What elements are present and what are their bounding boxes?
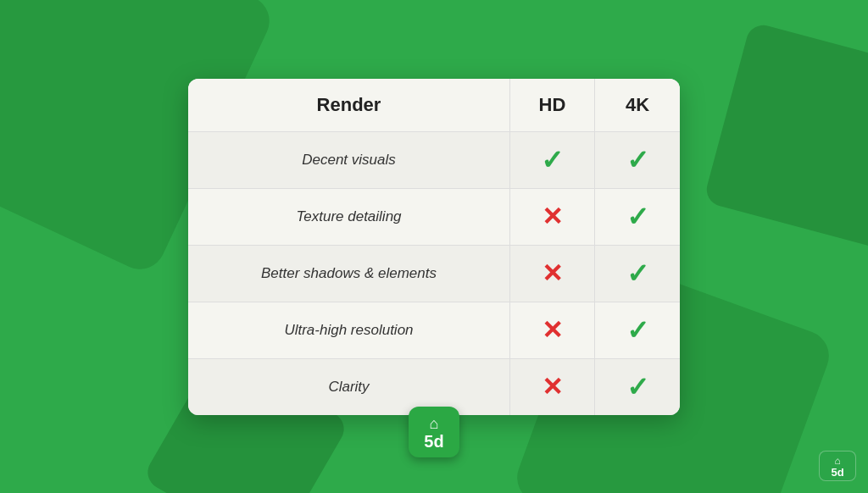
check-icon-green: ✓ (626, 144, 649, 176)
row-label-text: Texture detailing (296, 208, 401, 225)
check-icon-green: ✓ (626, 201, 649, 233)
logo-small: ⌂ 5d (819, 451, 856, 481)
row-hd-check-4: ✕ (510, 302, 595, 358)
row-4k-check-1: ✓ (595, 132, 680, 188)
table-row: Better shadows & elements ✕ ✓ (188, 245, 680, 302)
row-label-text: Clarity (328, 379, 369, 396)
hd-column-header: HD (510, 79, 595, 131)
render-header-text: Render (317, 94, 381, 115)
fourk-column-header: 4K (595, 79, 680, 131)
table-row: Decent visuals ✓ ✓ (188, 131, 680, 188)
row-label-text: Better shadows & elements (261, 265, 437, 282)
table-header-row: Render HD 4K (188, 79, 680, 131)
cross-icon-red: ✕ (542, 258, 563, 288)
check-icon-green: ✓ (541, 144, 564, 176)
row-label-ultra-high-resolution: Ultra-high resolution (188, 302, 510, 358)
row-hd-check-5: ✕ (510, 359, 595, 415)
logo-text-small: 5d (831, 467, 843, 478)
row-label-better-shadows: Better shadows & elements (188, 246, 510, 302)
house-icon: ⌂ (430, 415, 439, 433)
check-icon-green: ✓ (626, 258, 649, 290)
row-hd-check-2: ✕ (510, 189, 595, 245)
check-icon-green: ✓ (626, 314, 649, 346)
row-hd-check-1: ✓ (510, 132, 595, 188)
row-label-clarity: Clarity (188, 359, 510, 415)
bg-shape-3 (703, 21, 868, 249)
render-column-header: Render (188, 79, 510, 131)
fourk-header-text: 4K (626, 94, 649, 115)
comparison-table: Render HD 4K Decent visuals ✓ ✓ Texture … (188, 79, 680, 415)
hd-header-text: HD (539, 94, 566, 115)
table-row: Ultra-high resolution ✕ ✓ (188, 302, 680, 358)
cross-icon-red: ✕ (542, 315, 563, 345)
table-row: Texture detailing ✕ ✓ (188, 188, 680, 245)
check-icon-green: ✓ (626, 371, 649, 403)
row-label-text: Ultra-high resolution (284, 322, 413, 339)
row-hd-check-3: ✕ (510, 246, 595, 302)
row-4k-check-5: ✓ (595, 359, 680, 415)
row-4k-check-2: ✓ (595, 189, 680, 245)
logo-text: 5d (424, 433, 443, 450)
house-icon-small: ⌂ (834, 455, 840, 467)
cross-icon-red: ✕ (542, 202, 563, 231)
row-label-decent-visuals: Decent visuals (188, 132, 510, 188)
row-4k-check-4: ✓ (595, 302, 680, 358)
row-4k-check-3: ✓ (595, 246, 680, 302)
row-label-texture-detailing: Texture detailing (188, 189, 510, 245)
cross-icon-red: ✕ (542, 372, 563, 402)
row-label-text: Decent visuals (302, 152, 396, 169)
logo-main: ⌂ 5d (409, 407, 459, 457)
